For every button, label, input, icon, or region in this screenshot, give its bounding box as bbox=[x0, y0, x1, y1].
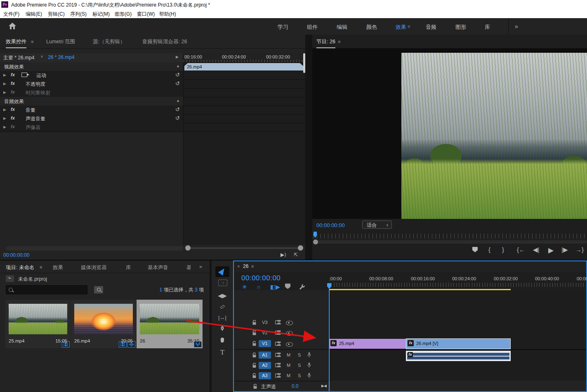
solo-button[interactable]: S bbox=[298, 363, 301, 368]
track-header-v3[interactable]: V3 bbox=[234, 317, 328, 328]
lock-icon[interactable] bbox=[253, 384, 257, 389]
lock-icon[interactable] bbox=[252, 352, 257, 358]
track-a2-content[interactable] bbox=[329, 360, 586, 371]
tab-media-browser[interactable]: 媒体浏览器 bbox=[81, 264, 107, 271]
workspace-tab-menu-icon[interactable]: ≡ bbox=[408, 24, 410, 29]
play-audio-icon[interactable]: ▶⟩ bbox=[281, 252, 286, 258]
selection-tool[interactable] bbox=[215, 266, 229, 277]
track-target-v1[interactable]: V1 bbox=[259, 340, 271, 347]
horizontal-scrollbar[interactable] bbox=[6, 246, 183, 251]
tab-effect-controls[interactable]: 效果控件 bbox=[6, 38, 26, 45]
sync-lock-icon[interactable] bbox=[275, 341, 281, 346]
lock-icon[interactable] bbox=[252, 330, 257, 336]
tab-sequence-26[interactable]: 26 bbox=[243, 263, 248, 269]
timeline-clip-26mp4-video[interactable]: fx 26.mp4 [V] bbox=[406, 338, 511, 349]
panel-overflow-icon[interactable]: » bbox=[199, 264, 201, 270]
expand-chevron-icon[interactable]: ▶ bbox=[3, 90, 6, 94]
master-clip-label[interactable]: 主要 * 26.mp4 bbox=[3, 54, 34, 61]
workspace-overflow-icon[interactable]: » bbox=[515, 23, 517, 30]
tab-audio-clip-mixer[interactable]: 音频剪辑混合器: 26 bbox=[142, 38, 187, 45]
workspace-tab-effects[interactable]: 效果 bbox=[396, 23, 406, 31]
tab-effects[interactable]: 效果 bbox=[53, 264, 63, 271]
nest-sequence-icon[interactable]: ✳ bbox=[242, 284, 247, 290]
effect-mini-ruler[interactable]: 00:16:00 00:00:24:00 00:00:32:00 bbox=[184, 53, 305, 63]
tab-essential-sound[interactable]: 基本声音 bbox=[148, 264, 168, 271]
lock-icon[interactable] bbox=[252, 341, 257, 346]
timeline-clip-26mp4-audio[interactable]: fx bbox=[406, 351, 511, 361]
menu-help[interactable]: 帮助(H) bbox=[159, 11, 176, 18]
solo-button[interactable]: S bbox=[298, 373, 301, 378]
close-icon[interactable]: × bbox=[237, 264, 240, 269]
timeline-ruler[interactable]: :00:00 00:00:08:00 00:00:16:00 00:00:24:… bbox=[329, 275, 586, 289]
master-volume-value[interactable]: 0.0 bbox=[292, 383, 299, 389]
linked-selection-icon[interactable]: ◧▶ bbox=[270, 284, 280, 290]
collapse-icon[interactable]: ▲ bbox=[176, 64, 180, 68]
go-to-in-icon[interactable]: {← bbox=[517, 246, 525, 253]
video-preview-frame[interactable] bbox=[401, 53, 587, 219]
audio-effects-section[interactable]: 音频效果 ▲ bbox=[0, 97, 183, 106]
media-item-26mp4[interactable]: 26.mp4 20:05 bbox=[71, 300, 136, 348]
media-item-25mp4[interactable]: 25.mp4 15:05 bbox=[5, 300, 71, 348]
reset-icon[interactable]: ↺ bbox=[175, 106, 180, 113]
track-header-v2[interactable]: V2 bbox=[234, 328, 328, 338]
sequence-timecode[interactable]: 00:00:00:00 bbox=[241, 274, 281, 282]
pen-tool[interactable] bbox=[215, 324, 229, 335]
sync-lock-icon[interactable] bbox=[275, 330, 281, 335]
program-mini-ruler[interactable] bbox=[313, 234, 587, 239]
reset-icon[interactable]: ↺ bbox=[175, 115, 180, 121]
workspace-tab-assembly[interactable]: 组件 bbox=[307, 23, 318, 31]
mic-icon[interactable] bbox=[307, 373, 311, 378]
toggle-track-output-eye-icon[interactable] bbox=[286, 342, 293, 347]
solo-button[interactable]: S bbox=[298, 352, 301, 357]
menu-window[interactable]: 窗口(W) bbox=[137, 11, 155, 18]
add-marker-icon[interactable] bbox=[472, 247, 478, 252]
effect-row-time-remapping[interactable]: ▶ fx 时间重映射 bbox=[0, 88, 183, 97]
program-timecode[interactable]: 00:00:00:00 bbox=[316, 222, 345, 228]
sync-lock-icon[interactable] bbox=[275, 320, 281, 325]
track-select-forward-tool[interactable]: → bbox=[218, 279, 227, 286]
playhead-line[interactable] bbox=[329, 289, 330, 391]
track-header-a1[interactable]: A1 M S bbox=[234, 350, 328, 361]
search-input[interactable] bbox=[6, 285, 87, 294]
clip-timecode[interactable]: 00:00:00:00 bbox=[3, 252, 29, 258]
ripple-edit-tool[interactable]: ◀▶ bbox=[215, 290, 229, 301]
panel-menu-icon[interactable]: ≡ bbox=[31, 39, 33, 44]
lock-icon[interactable] bbox=[252, 320, 257, 325]
timeline-clip-25mp4[interactable]: fx 25.mp4 bbox=[329, 339, 406, 349]
home-icon[interactable] bbox=[8, 22, 17, 30]
menu-file[interactable]: 文件(F) bbox=[3, 11, 19, 18]
zoom-level-select[interactable]: 适合 ∨ bbox=[362, 221, 392, 229]
expand-chevron-icon[interactable]: ▶ bbox=[3, 125, 6, 129]
zoom-handle-right[interactable] bbox=[298, 245, 303, 251]
video-effects-section[interactable]: 视频效果 ▲ bbox=[0, 62, 183, 71]
track-target-a3[interactable]: A3 bbox=[259, 372, 271, 379]
sync-lock-icon[interactable] bbox=[275, 363, 281, 368]
mic-icon[interactable] bbox=[307, 362, 311, 368]
mute-button[interactable]: M bbox=[287, 352, 290, 357]
workspace-tab-editing[interactable]: 编辑 bbox=[337, 23, 347, 31]
lock-icon[interactable] bbox=[252, 373, 257, 378]
lock-icon[interactable] bbox=[252, 363, 257, 368]
expand-arrow-icon[interactable]: ▶ bbox=[176, 55, 179, 59]
menu-graphics[interactable]: 图形(G) bbox=[115, 11, 132, 18]
track-header-a2[interactable]: A2 M S bbox=[234, 360, 328, 371]
reset-icon[interactable]: ↺ bbox=[175, 72, 180, 78]
workspace-tab-audio[interactable]: 音频 bbox=[426, 23, 436, 31]
collapse-icon[interactable]: ▲ bbox=[176, 99, 180, 103]
tab-project[interactable]: 项目: 未命名 bbox=[6, 264, 34, 271]
toggle-track-output-eye-icon[interactable] bbox=[286, 321, 293, 325]
track-header-a3[interactable]: A3 M S bbox=[234, 371, 328, 381]
menu-clip[interactable]: 剪辑(C) bbox=[48, 11, 65, 18]
effect-row-channel-volume[interactable]: ▶ fx 声道音量 ↺ bbox=[0, 114, 183, 123]
mute-button[interactable]: M bbox=[287, 373, 290, 378]
search-in-bin-button[interactable] bbox=[94, 286, 103, 293]
sync-lock-icon[interactable] bbox=[275, 352, 281, 357]
chevron-down-icon[interactable]: ∨ bbox=[40, 54, 43, 59]
hand-tool[interactable] bbox=[215, 336, 229, 346]
workspace-tab-color[interactable]: 颜色 bbox=[366, 23, 377, 31]
slip-tool[interactable]: |↔| bbox=[215, 312, 229, 323]
effect-row-motion[interactable]: ▶ fx 运动 ↺ bbox=[0, 71, 183, 80]
track-a3-content[interactable] bbox=[329, 371, 586, 381]
effect-row-panner[interactable]: ▶ fx 声像器 bbox=[0, 123, 183, 132]
panel-menu-icon[interactable]: ≡ bbox=[40, 265, 42, 270]
